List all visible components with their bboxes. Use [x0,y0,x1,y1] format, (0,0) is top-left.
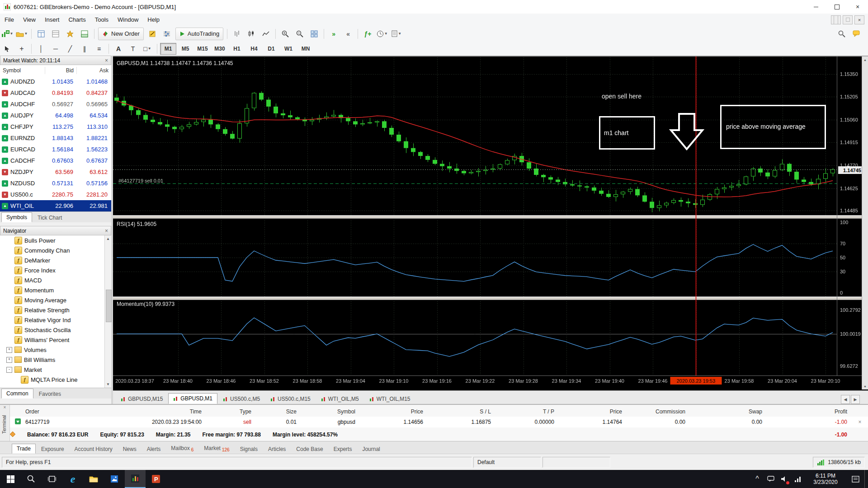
horizontal-line-button[interactable]: ─ [49,42,62,55]
market-watch-row-nzdusd[interactable]: ▲NZDUSD0.571310.57156 [0,178,111,189]
bar-chart-button[interactable] [230,28,244,40]
photos-app-icon[interactable] [104,470,125,488]
terminal-column-s-l[interactable]: S / L [428,408,495,415]
timeframe-mn-button[interactable]: MN [297,43,314,55]
text-button[interactable]: A [112,42,125,55]
annotation-down-arrow[interactable] [669,113,704,150]
market-watch-row-eurcad[interactable]: ▲EURCAD1.561841.56223 [0,144,111,155]
timeframe-d1-button[interactable]: D1 [263,43,279,55]
periods-button[interactable]: ▼ [375,28,389,40]
menu-charts[interactable]: Charts [64,14,90,26]
auto-scroll-button[interactable]: » [327,28,340,40]
scroll-down-icon[interactable]: ▼ [862,383,868,389]
chart-tab-gbpusd-m1[interactable]: GBPUSD,M1 [168,393,217,404]
terminal-tab-account-history[interactable]: Account History [70,444,118,454]
terminal-column-t-p[interactable]: T / P [495,408,559,415]
timeframe-m30-button[interactable]: M30 [212,43,228,55]
market-watch-row-chfjpy[interactable]: ▲CHFJPY113.275113.310 [0,121,111,132]
zoom-in-button[interactable] [278,28,292,40]
fibonacci-button[interactable]: ≡ [92,42,106,55]
market-watch-close-icon[interactable]: × [105,58,108,63]
close-button[interactable]: × [847,0,868,14]
new-chart-button[interactable]: ▼ [0,28,14,40]
collapse-icon[interactable]: - [6,367,12,373]
menu-help[interactable]: Help [143,14,164,26]
market-watch-row-wti_oil[interactable]: ▲WTI_OIL22.90622.981 [0,200,111,211]
tray-show-hidden-icons[interactable]: ^ [750,470,764,488]
chart-shift-button[interactable]: « [341,28,355,40]
navigator-item-force-index[interactable]: ƒForce Index [0,265,111,275]
navigator-item-moving-average[interactable]: ƒMoving Average [0,295,111,305]
taskbar-clock[interactable]: 6:11 PM 3/23/2020 [805,473,846,485]
expand-icon[interactable]: + [6,347,12,353]
zoom-out-button[interactable] [293,28,307,40]
menu-view[interactable]: View [19,14,40,26]
tab-symbols[interactable]: Symbols [1,212,32,222]
navigator-item-bill-williams[interactable]: +Bill Williams [0,355,111,365]
terminal-tab-exposure[interactable]: Exposure [36,444,69,454]
crosshair-button[interactable]: + [15,42,28,55]
navigator-toggle-button[interactable] [63,28,77,40]
search-icon[interactable] [835,28,849,40]
file-explorer-icon[interactable] [83,470,104,488]
vertical-line-button[interactable]: │ [34,42,48,55]
timeframe-h1-button[interactable]: H1 [229,43,245,55]
tab-favorites[interactable]: Favorites [34,389,66,399]
line-chart-button[interactable] [259,28,273,40]
tray-network-icon[interactable] [791,470,805,488]
chart-tabs-next-icon[interactable]: ▶ [851,395,860,404]
templates-button[interactable]: ▼ [390,28,403,40]
data-window-button[interactable] [49,28,62,40]
terminal-tab-news[interactable]: News [118,444,142,454]
navigator-item-relative-strength[interactable]: ƒRelative Strength [0,305,111,315]
tray-chat-icon[interactable] [764,470,778,488]
terminal-column-symbol[interactable]: Symbol [301,408,360,415]
terminal-toggle-button[interactable] [78,28,91,40]
metaeditor-button[interactable] [146,28,159,40]
internet-explorer-icon[interactable]: e [62,470,83,488]
terminal-column-type[interactable]: Type [206,408,256,415]
scroll-up-icon[interactable]: ▲ [862,56,868,63]
market-watch-row-cadchf[interactable]: ▲CADCHF0.676030.67637 [0,155,111,166]
navigator-item-commodity-chan[interactable]: ƒCommodity Chan [0,245,111,255]
terminal-tab-trade[interactable]: Trade [12,444,36,454]
task-view-icon[interactable] [42,470,62,488]
terminal-tab-journal[interactable]: Journal [357,444,385,454]
mdi-close-button[interactable]: × [854,15,864,24]
terminal-tab-market[interactable]: Market126 [199,443,234,454]
maximize-button[interactable] [826,0,847,14]
terminal-column-time[interactable]: Time [93,408,206,415]
profiles-button[interactable]: ▼ [15,28,28,40]
chart-tab-us500-c-m15[interactable]: US500.c,M15 [265,394,316,404]
new-order-button[interactable]: New Order [98,28,144,40]
terminal-tab-articles[interactable]: Articles [263,444,291,454]
show-desktop-button[interactable] [864,470,868,488]
terminal-column-price[interactable]: Price [360,408,428,415]
terminal-tab-code-base[interactable]: Code Base [291,444,328,454]
chart-tab-wti-oil-m15[interactable]: WTI_OIL,M15 [364,394,415,404]
timeframe-m15-button[interactable]: M15 [194,43,211,55]
navigator-item-macd[interactable]: ƒMACD [0,275,111,285]
market-watch-row-nzdjpy[interactable]: ▼NZDJPY63.56963.612 [0,166,111,178]
scrollbar-thumb[interactable] [106,290,112,322]
chart-tabs-prev-icon[interactable]: ◀ [841,395,850,404]
chart-tab-gbpusd-m15[interactable]: GBPUSD,M15 [116,394,168,404]
community-chat-icon[interactable] [849,28,863,40]
menu-file[interactable]: File [0,14,19,26]
menu-window[interactable]: Window [113,14,143,26]
annotation-price-above-ma-box[interactable]: price above moving average [720,105,826,149]
navigator-item-williams-percent[interactable]: ƒWilliams' Percent [0,335,111,345]
navigator-close-icon[interactable]: × [105,228,108,234]
column-symbol[interactable]: Symbol [0,67,45,74]
tab-common[interactable]: Common [1,389,33,399]
terminal-column-order[interactable]: Order [25,408,93,415]
chart-tab-us500-c-m5[interactable]: US500.c,M5 [218,394,265,404]
navigator-item-mqlta-price-line[interactable]: ƒMQLTA Price Line [0,375,111,385]
trendline-button[interactable]: ╱ [63,42,77,55]
terminal-tab-signals[interactable]: Signals [235,444,263,454]
cursor-button[interactable] [0,42,14,55]
mdi-minimize-button[interactable] [831,15,841,24]
navigator-scrollbar[interactable]: ▲ ▼ [104,235,111,388]
text-label-button[interactable]: T [126,42,140,55]
navigator-item-volumes[interactable]: +Volumes [0,345,111,355]
